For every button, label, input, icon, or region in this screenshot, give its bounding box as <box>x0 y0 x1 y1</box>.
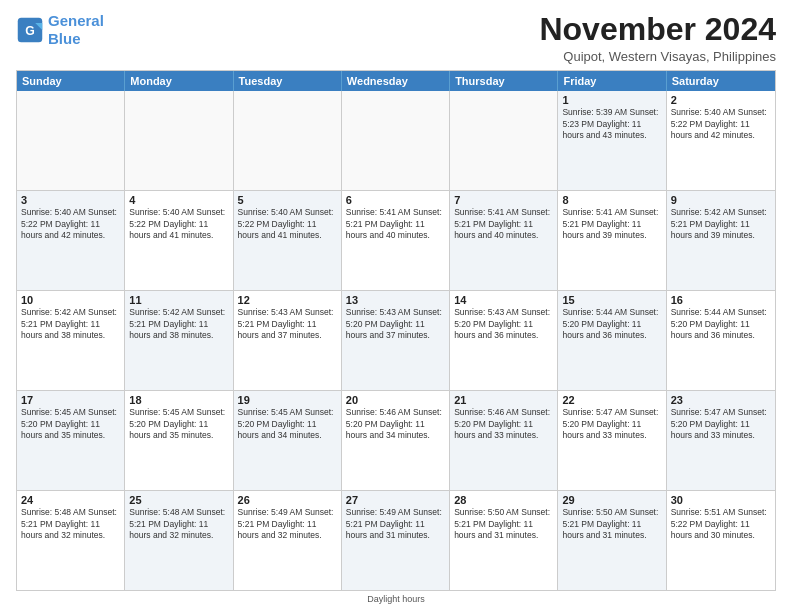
logo: G General Blue <box>16 12 104 48</box>
cell-detail: Sunrise: 5:43 AM Sunset: 5:21 PM Dayligh… <box>238 307 337 341</box>
calendar-body: 1Sunrise: 5:39 AM Sunset: 5:23 PM Daylig… <box>17 91 775 590</box>
cell-detail: Sunrise: 5:41 AM Sunset: 5:21 PM Dayligh… <box>346 207 445 241</box>
day-number: 9 <box>671 194 771 206</box>
calendar-cell-1: 1Sunrise: 5:39 AM Sunset: 5:23 PM Daylig… <box>558 91 666 190</box>
day-number: 2 <box>671 94 771 106</box>
calendar-row-2: 10Sunrise: 5:42 AM Sunset: 5:21 PM Dayli… <box>17 290 775 390</box>
title-block: November 2024 Quipot, Western Visayas, P… <box>539 12 776 64</box>
day-number: 23 <box>671 394 771 406</box>
calendar-cell-empty-0-4 <box>450 91 558 190</box>
calendar-cell-7: 7Sunrise: 5:41 AM Sunset: 5:21 PM Daylig… <box>450 191 558 290</box>
day-number: 1 <box>562 94 661 106</box>
cell-detail: Sunrise: 5:45 AM Sunset: 5:20 PM Dayligh… <box>129 407 228 441</box>
calendar-row-1: 3Sunrise: 5:40 AM Sunset: 5:22 PM Daylig… <box>17 190 775 290</box>
calendar-cell-24: 24Sunrise: 5:48 AM Sunset: 5:21 PM Dayli… <box>17 491 125 590</box>
calendar-cell-empty-0-0 <box>17 91 125 190</box>
day-number: 24 <box>21 494 120 506</box>
day-number: 5 <box>238 194 337 206</box>
cell-detail: Sunrise: 5:41 AM Sunset: 5:21 PM Dayligh… <box>562 207 661 241</box>
subtitle: Quipot, Western Visayas, Philippines <box>539 49 776 64</box>
calendar-header: SundayMondayTuesdayWednesdayThursdayFrid… <box>17 71 775 91</box>
day-number: 29 <box>562 494 661 506</box>
calendar-cell-25: 25Sunrise: 5:48 AM Sunset: 5:21 PM Dayli… <box>125 491 233 590</box>
day-number: 6 <box>346 194 445 206</box>
cell-detail: Sunrise: 5:48 AM Sunset: 5:21 PM Dayligh… <box>21 507 120 541</box>
cell-detail: Sunrise: 5:45 AM Sunset: 5:20 PM Dayligh… <box>21 407 120 441</box>
day-number: 22 <box>562 394 661 406</box>
cell-detail: Sunrise: 5:40 AM Sunset: 5:22 PM Dayligh… <box>129 207 228 241</box>
cell-detail: Sunrise: 5:41 AM Sunset: 5:21 PM Dayligh… <box>454 207 553 241</box>
calendar-weekday-wednesday: Wednesday <box>342 71 450 91</box>
calendar-cell-4: 4Sunrise: 5:40 AM Sunset: 5:22 PM Daylig… <box>125 191 233 290</box>
calendar-cell-27: 27Sunrise: 5:49 AM Sunset: 5:21 PM Dayli… <box>342 491 450 590</box>
cell-detail: Sunrise: 5:45 AM Sunset: 5:20 PM Dayligh… <box>238 407 337 441</box>
calendar-weekday-friday: Friday <box>558 71 666 91</box>
calendar-row-0: 1Sunrise: 5:39 AM Sunset: 5:23 PM Daylig… <box>17 91 775 190</box>
calendar-cell-empty-0-1 <box>125 91 233 190</box>
cell-detail: Sunrise: 5:44 AM Sunset: 5:20 PM Dayligh… <box>562 307 661 341</box>
calendar-cell-18: 18Sunrise: 5:45 AM Sunset: 5:20 PM Dayli… <box>125 391 233 490</box>
calendar-cell-3: 3Sunrise: 5:40 AM Sunset: 5:22 PM Daylig… <box>17 191 125 290</box>
cell-detail: Sunrise: 5:43 AM Sunset: 5:20 PM Dayligh… <box>454 307 553 341</box>
day-number: 19 <box>238 394 337 406</box>
calendar-cell-empty-0-3 <box>342 91 450 190</box>
day-number: 16 <box>671 294 771 306</box>
svg-text:G: G <box>25 24 35 38</box>
calendar-cell-17: 17Sunrise: 5:45 AM Sunset: 5:20 PM Dayli… <box>17 391 125 490</box>
day-number: 4 <box>129 194 228 206</box>
calendar-weekday-tuesday: Tuesday <box>234 71 342 91</box>
logo-text: General Blue <box>48 12 104 48</box>
day-number: 14 <box>454 294 553 306</box>
calendar-cell-11: 11Sunrise: 5:42 AM Sunset: 5:21 PM Dayli… <box>125 291 233 390</box>
cell-detail: Sunrise: 5:47 AM Sunset: 5:20 PM Dayligh… <box>671 407 771 441</box>
cell-detail: Sunrise: 5:40 AM Sunset: 5:22 PM Dayligh… <box>671 107 771 141</box>
calendar-cell-empty-0-2 <box>234 91 342 190</box>
cell-detail: Sunrise: 5:50 AM Sunset: 5:21 PM Dayligh… <box>562 507 661 541</box>
calendar-cell-29: 29Sunrise: 5:50 AM Sunset: 5:21 PM Dayli… <box>558 491 666 590</box>
day-number: 18 <box>129 394 228 406</box>
calendar-weekday-monday: Monday <box>125 71 233 91</box>
calendar: SundayMondayTuesdayWednesdayThursdayFrid… <box>16 70 776 591</box>
logo-line2: Blue <box>48 30 81 47</box>
calendar-cell-21: 21Sunrise: 5:46 AM Sunset: 5:20 PM Dayli… <box>450 391 558 490</box>
day-number: 27 <box>346 494 445 506</box>
calendar-cell-30: 30Sunrise: 5:51 AM Sunset: 5:22 PM Dayli… <box>667 491 775 590</box>
cell-detail: Sunrise: 5:47 AM Sunset: 5:20 PM Dayligh… <box>562 407 661 441</box>
calendar-row-4: 24Sunrise: 5:48 AM Sunset: 5:21 PM Dayli… <box>17 490 775 590</box>
day-number: 21 <box>454 394 553 406</box>
calendar-cell-26: 26Sunrise: 5:49 AM Sunset: 5:21 PM Dayli… <box>234 491 342 590</box>
calendar-cell-23: 23Sunrise: 5:47 AM Sunset: 5:20 PM Dayli… <box>667 391 775 490</box>
day-number: 25 <box>129 494 228 506</box>
calendar-cell-12: 12Sunrise: 5:43 AM Sunset: 5:21 PM Dayli… <box>234 291 342 390</box>
calendar-weekday-saturday: Saturday <box>667 71 775 91</box>
footer-note: Daylight hours <box>16 594 776 604</box>
calendar-cell-8: 8Sunrise: 5:41 AM Sunset: 5:21 PM Daylig… <box>558 191 666 290</box>
cell-detail: Sunrise: 5:50 AM Sunset: 5:21 PM Dayligh… <box>454 507 553 541</box>
calendar-cell-28: 28Sunrise: 5:50 AM Sunset: 5:21 PM Dayli… <box>450 491 558 590</box>
day-number: 15 <box>562 294 661 306</box>
day-number: 30 <box>671 494 771 506</box>
day-number: 17 <box>21 394 120 406</box>
cell-detail: Sunrise: 5:49 AM Sunset: 5:21 PM Dayligh… <box>346 507 445 541</box>
calendar-cell-20: 20Sunrise: 5:46 AM Sunset: 5:20 PM Dayli… <box>342 391 450 490</box>
calendar-weekday-thursday: Thursday <box>450 71 558 91</box>
header: G General Blue November 2024 Quipot, Wes… <box>16 12 776 64</box>
calendar-cell-22: 22Sunrise: 5:47 AM Sunset: 5:20 PM Dayli… <box>558 391 666 490</box>
cell-detail: Sunrise: 5:42 AM Sunset: 5:21 PM Dayligh… <box>671 207 771 241</box>
calendar-cell-10: 10Sunrise: 5:42 AM Sunset: 5:21 PM Dayli… <box>17 291 125 390</box>
calendar-row-3: 17Sunrise: 5:45 AM Sunset: 5:20 PM Dayli… <box>17 390 775 490</box>
day-number: 26 <box>238 494 337 506</box>
day-number: 20 <box>346 394 445 406</box>
cell-detail: Sunrise: 5:40 AM Sunset: 5:22 PM Dayligh… <box>238 207 337 241</box>
cell-detail: Sunrise: 5:39 AM Sunset: 5:23 PM Dayligh… <box>562 107 661 141</box>
day-number: 12 <box>238 294 337 306</box>
cell-detail: Sunrise: 5:51 AM Sunset: 5:22 PM Dayligh… <box>671 507 771 541</box>
day-number: 28 <box>454 494 553 506</box>
calendar-cell-16: 16Sunrise: 5:44 AM Sunset: 5:20 PM Dayli… <box>667 291 775 390</box>
page: G General Blue November 2024 Quipot, Wes… <box>0 0 792 612</box>
calendar-cell-2: 2Sunrise: 5:40 AM Sunset: 5:22 PM Daylig… <box>667 91 775 190</box>
logo-line1: General <box>48 12 104 29</box>
day-number: 3 <box>21 194 120 206</box>
calendar-cell-9: 9Sunrise: 5:42 AM Sunset: 5:21 PM Daylig… <box>667 191 775 290</box>
calendar-cell-14: 14Sunrise: 5:43 AM Sunset: 5:20 PM Dayli… <box>450 291 558 390</box>
